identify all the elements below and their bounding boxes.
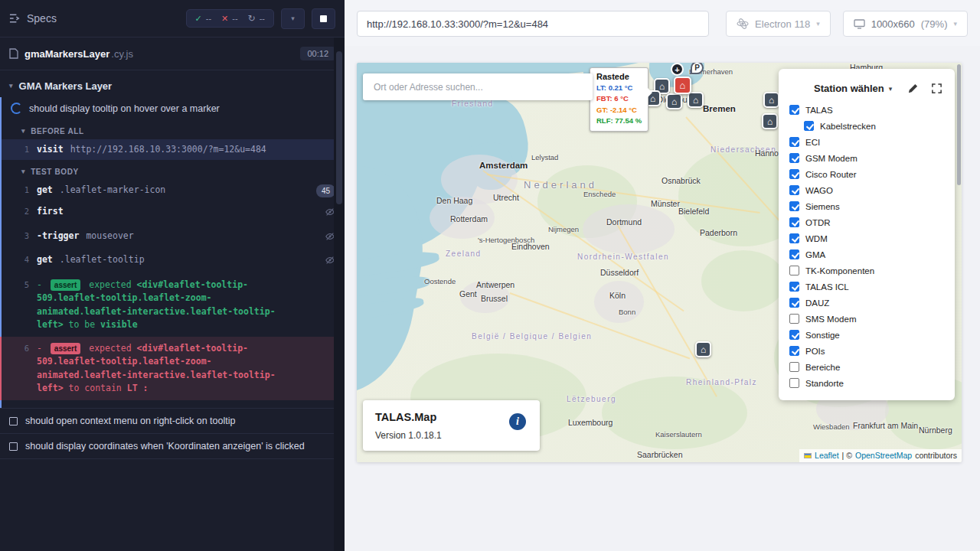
- layer-checkbox[interactable]: [789, 314, 799, 324]
- layer-item[interactable]: TALAS: [779, 102, 955, 118]
- caret-down-icon: ▾: [9, 83, 13, 90]
- collapse-tests-button[interactable]: ▾: [281, 8, 305, 29]
- layer-checkbox[interactable]: [789, 233, 799, 243]
- station-marker[interactable]: ⌂: [666, 93, 682, 109]
- osm-link[interactable]: OpenStreetMap: [855, 451, 912, 460]
- layer-item[interactable]: Siemens: [779, 198, 955, 214]
- layer-checkbox[interactable]: [789, 153, 799, 163]
- alert-marker[interactable]: ⌂: [674, 77, 691, 94]
- layer-item[interactable]: GSM Modem: [779, 150, 955, 166]
- stop-button[interactable]: [312, 8, 335, 29]
- map-place-label: Münster: [651, 199, 680, 208]
- layer-item[interactable]: WDM: [779, 230, 955, 246]
- layer-label: POIs: [805, 347, 825, 356]
- map-place-label: Frankfurt am Main: [853, 421, 918, 430]
- element-count-badge: 45: [316, 184, 335, 197]
- command-row[interactable]: 1visithttp://192.168.10.33:3000/?m=12&u=…: [2, 139, 345, 160]
- layer-checkbox[interactable]: [789, 346, 799, 356]
- search-input[interactable]: [372, 81, 583, 93]
- command-row[interactable]: 2first: [2, 201, 345, 225]
- layer-item[interactable]: ECI: [779, 134, 955, 150]
- attribution-suffix: contributors: [915, 451, 957, 460]
- layer-checkbox[interactable]: [789, 378, 799, 388]
- station-marker[interactable]: ⌂: [763, 92, 779, 108]
- suite-header[interactable]: ▾ GMA Markers Layer: [0, 70, 345, 97]
- test-title: should display tooltip on hover over a m…: [29, 103, 220, 114]
- layer-checkbox[interactable]: [789, 201, 799, 211]
- sidebar-scrollbar[interactable]: [334, 37, 345, 551]
- url-input[interactable]: [357, 11, 709, 37]
- before-all-header[interactable]: ▾ BEFORE ALL: [2, 119, 345, 139]
- browser-select[interactable]: Electron 118 ▾: [726, 11, 831, 37]
- station-layer-panel: Station wählen ▾ TALASKabelstreckenECIGS…: [779, 69, 955, 400]
- layer-item[interactable]: OTDR: [779, 214, 955, 230]
- layer-item[interactable]: Bereiche: [779, 359, 955, 375]
- test-body-label: TEST BODY: [31, 168, 79, 176]
- layer-item[interactable]: Standorte: [779, 375, 955, 391]
- chevron-down-icon[interactable]: ▾: [889, 85, 893, 93]
- layer-item[interactable]: TALAS ICL: [779, 279, 955, 295]
- layer-item[interactable]: Cisco Router: [779, 166, 955, 182]
- layer-checkbox[interactable]: [789, 137, 799, 147]
- edit-icon[interactable]: [907, 83, 919, 94]
- leaflet-link[interactable]: Leaflet: [815, 451, 839, 460]
- station-marker[interactable]: ⌂: [762, 113, 778, 129]
- map-place-label: Oostende: [424, 277, 456, 285]
- electron-icon: [737, 18, 749, 30]
- command-row[interactable]: 1get.leaflet-marker-icon45: [2, 180, 345, 201]
- layer-checkbox[interactable]: [804, 121, 814, 131]
- command-method: get: [37, 184, 53, 197]
- layer-checkbox[interactable]: [789, 169, 799, 179]
- layer-checkbox[interactable]: [789, 249, 799, 259]
- map-place-label: Wiesbaden: [813, 422, 850, 431]
- layer-label: Sonstige: [805, 331, 840, 340]
- layer-checkbox[interactable]: [789, 105, 799, 115]
- specs-menu-button[interactable]: Specs: [9, 12, 57, 24]
- layer-checkbox[interactable]: [789, 330, 799, 340]
- layer-item[interactable]: SMS Modem: [779, 311, 955, 327]
- test-body-header[interactable]: ▾ TEST BODY: [2, 160, 345, 180]
- test-title-row[interactable]: should display tooltip on hover over a m…: [2, 97, 345, 119]
- specs-label: Specs: [27, 12, 57, 24]
- station-marker[interactable]: ⌂: [695, 341, 711, 357]
- map-place-label: Düsseldorf: [600, 268, 639, 277]
- command-row[interactable]: 4get.leaflet-tooltip: [2, 249, 345, 273]
- layer-label: Bereiche: [805, 363, 840, 372]
- layer-item[interactable]: TK-Komponenten: [779, 262, 955, 279]
- layer-item[interactable]: DAUZ: [779, 295, 955, 311]
- tooltip-rows: LT: 0.21 °CFBT: 6 °CGT: -2.14 °CRLF: 77.…: [596, 83, 642, 126]
- map-place-label: Rotterdam: [450, 214, 488, 223]
- layer-label: OTDR: [805, 218, 831, 227]
- leaflet-map[interactable]: HamburgBremerhavenOldenburgBremenGroning…: [357, 63, 962, 462]
- map-place-label: België / Belgique / Belgien: [472, 332, 592, 341]
- layer-item[interactable]: POIs: [779, 343, 955, 359]
- viewport-size: 1000x660: [871, 18, 915, 30]
- cluster-add-icon[interactable]: +: [671, 63, 684, 76]
- pending-test-row[interactable]: should display coordinates when 'Koordin…: [0, 433, 345, 459]
- assert-row[interactable]: 5- assert expected <div#leaflet-tooltip-…: [2, 273, 345, 337]
- layer-item[interactable]: WAGO: [779, 182, 955, 198]
- layer-item[interactable]: Kabelstrecken: [779, 118, 955, 134]
- spec-file-row[interactable]: gmaMarkersLayer .cy.js 00:12: [0, 37, 345, 70]
- layer-item[interactable]: GMA: [779, 246, 955, 262]
- map-scrollbar-thumb[interactable]: [957, 64, 961, 185]
- map-place-label: Nederland: [524, 179, 597, 191]
- sidebar-scrollbar-thumb[interactable]: [336, 51, 342, 204]
- assert-row[interactable]: 6- assert expected <div#leaflet-tooltip-…: [0, 337, 345, 400]
- layer-checkbox[interactable]: [789, 266, 799, 276]
- viewport-select[interactable]: 1000x660 (79%) ▾: [843, 11, 968, 37]
- pending-test-row[interactable]: should open context menu on right-click …: [0, 408, 345, 433]
- layer-checkbox[interactable]: [789, 282, 799, 292]
- info-icon[interactable]: i: [509, 413, 526, 430]
- layer-item[interactable]: Sonstige: [779, 327, 955, 343]
- layer-checkbox[interactable]: [789, 185, 799, 195]
- station-marker[interactable]: ⌂: [688, 92, 704, 108]
- layer-checkbox[interactable]: [789, 362, 799, 372]
- map-place-label: Amsterdam: [479, 161, 528, 170]
- layer-checkbox[interactable]: [789, 298, 799, 308]
- command-row[interactable]: 3-triggermouseover: [2, 226, 345, 249]
- command-args: .leaflet-tooltip: [60, 253, 145, 266]
- expand-icon[interactable]: [931, 83, 942, 94]
- layer-checkbox[interactable]: [789, 217, 799, 227]
- browser-label: Electron 118: [755, 18, 810, 30]
